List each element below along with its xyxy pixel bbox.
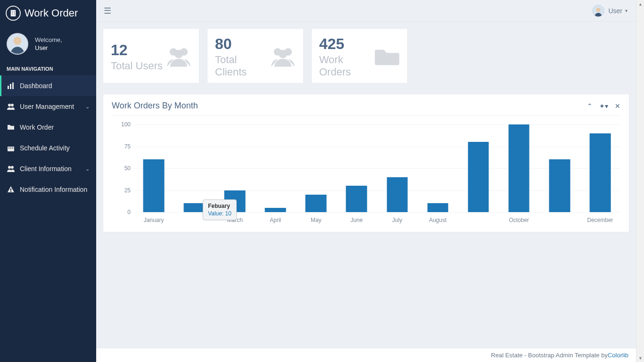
tooltip-title: Febuary (208, 203, 231, 209)
svg-point-28 (279, 49, 287, 58)
chart-panel: Work Orders By Month ⌃ ✦▾ ✕ 0255075100 J… (103, 94, 629, 232)
sidebar-item-label: Dashboard (20, 82, 90, 90)
chart-bar[interactable] (549, 159, 570, 212)
x-label (458, 217, 499, 223)
svg-rect-21 (10, 191, 11, 192)
svg-rect-20 (10, 189, 11, 190)
warning-icon (7, 186, 15, 193)
chart-bar[interactable] (468, 142, 489, 212)
x-label: January (133, 217, 174, 223)
stat-card[interactable]: 425Work Orders (311, 28, 408, 83)
y-tick: 50 (124, 165, 131, 172)
svg-point-7 (14, 37, 22, 45)
panel-tools: ⌃ ✦▾ ✕ (587, 102, 620, 110)
svg-rect-1 (12, 11, 13, 12)
avatar (592, 5, 604, 17)
sidebar-item-dashboard[interactable]: Dashboard (0, 75, 96, 96)
folder-icon (7, 123, 15, 131)
svg-point-19 (11, 166, 14, 169)
svg-rect-6 (14, 14, 15, 15)
avatar (7, 33, 28, 55)
user-name: User (35, 44, 62, 51)
calendar-icon (7, 144, 15, 152)
sidebar-item-label: Client Information (20, 165, 85, 173)
x-label: July (377, 217, 417, 223)
stat-label: Total Clients (215, 54, 270, 78)
sidebar-item-notification-information[interactable]: Notification Information (0, 179, 96, 200)
svg-point-18 (8, 166, 11, 169)
svg-rect-0 (11, 10, 16, 16)
svg-rect-2 (14, 11, 15, 12)
sidebar: Work Order Welcome, User MAIN NAVIGATION… (0, 0, 96, 362)
chart-bar[interactable] (427, 203, 448, 212)
svg-point-12 (11, 104, 14, 107)
chart-bar[interactable] (387, 177, 408, 212)
close-icon[interactable]: ✕ (615, 102, 620, 110)
chart-bars (133, 124, 620, 212)
tooltip-value: Value: 10 (208, 210, 231, 217)
collapse-icon[interactable]: ⌃ (587, 102, 593, 110)
nav-section-header: MAIN NAVIGATION (0, 61, 96, 75)
chart-tooltip: Febuary Value: 10 (203, 199, 237, 220)
chevron-down-icon: ⌄ (85, 166, 90, 172)
stat-label: Total Users (111, 60, 163, 72)
chart-bar[interactable] (305, 195, 327, 212)
x-label: May (296, 217, 336, 223)
footer-text: Real Estate - Bootstrap Admin Template b… (491, 352, 608, 359)
scroll-down-icon[interactable]: ▼ (636, 354, 644, 362)
brand[interactable]: Work Order (0, 0, 96, 25)
stat-card[interactable]: 12Total Users (103, 28, 199, 83)
y-tick: 100 (121, 121, 131, 128)
svg-rect-3 (12, 13, 13, 14)
svg-point-25 (174, 49, 183, 58)
chart-bar[interactable] (265, 208, 286, 212)
sidebar-item-user-management[interactable]: User Management ⌄ (0, 96, 96, 117)
y-tick: 0 (127, 209, 131, 215)
scroll-up-icon[interactable]: ▲ (636, 0, 644, 8)
svg-rect-14 (8, 145, 14, 147)
y-axis: 0255075100 (112, 124, 133, 212)
svg-rect-15 (8, 148, 9, 148)
sidebar-item-work-order[interactable]: Work Order (0, 117, 96, 138)
svg-rect-8 (8, 86, 9, 89)
x-label: October (499, 217, 539, 223)
svg-rect-9 (10, 84, 11, 89)
stat-value: 12 (111, 41, 163, 59)
chart-bar[interactable] (508, 124, 529, 212)
sidebar-item-label: Work Order (20, 123, 90, 131)
footer: Real Estate - Bootstrap Admin Template b… (96, 348, 636, 362)
chart-bar[interactable] (346, 186, 367, 212)
x-label: August (418, 217, 458, 223)
stat-label: Work Orders (319, 54, 374, 78)
sidebar-item-schedule-activity[interactable]: Schedule Activity (0, 138, 96, 158)
y-tick: 25 (124, 187, 131, 194)
topbar: ☰ User ▾ (96, 0, 636, 22)
x-label: June (336, 217, 377, 223)
users-icon (7, 103, 15, 110)
hamburger-icon[interactable]: ☰ (104, 6, 111, 16)
sidebar-user-panel: Welcome, User (0, 25, 96, 61)
chart-area: 0255075100 JanuaryMarchAprilMayJuneJulyA… (112, 124, 620, 223)
topbar-user-menu[interactable]: User ▾ (592, 5, 627, 17)
footer-link[interactable]: Colorlib (608, 352, 628, 359)
chart-bar[interactable] (143, 159, 165, 212)
sidebar-item-client-information[interactable]: Client Information ⌄ (0, 158, 96, 179)
sidebar-item-label: User Management (20, 103, 85, 110)
x-label (539, 217, 580, 223)
chart-bar[interactable] (590, 133, 611, 212)
sidebar-item-label: Notification Information (20, 186, 90, 193)
chart-bar[interactable] (184, 203, 205, 212)
topbar-user-label: User (608, 7, 622, 15)
svg-rect-5 (12, 14, 13, 15)
chart-icon (7, 82, 15, 90)
y-tick: 75 (124, 143, 131, 150)
users-icon (270, 45, 296, 69)
stat-card[interactable]: 80Total Clients (207, 28, 304, 83)
scrollbar[interactable]: ▲ ▼ (636, 0, 644, 362)
user-welcome: Welcome, (35, 36, 62, 43)
svg-rect-17 (12, 148, 13, 148)
settings-icon[interactable]: ✦▾ (599, 102, 608, 110)
svg-point-22 (596, 8, 601, 12)
stat-cards-row: 12Total Users80Total Clients425Work Orde… (103, 28, 629, 83)
svg-rect-10 (12, 82, 14, 89)
